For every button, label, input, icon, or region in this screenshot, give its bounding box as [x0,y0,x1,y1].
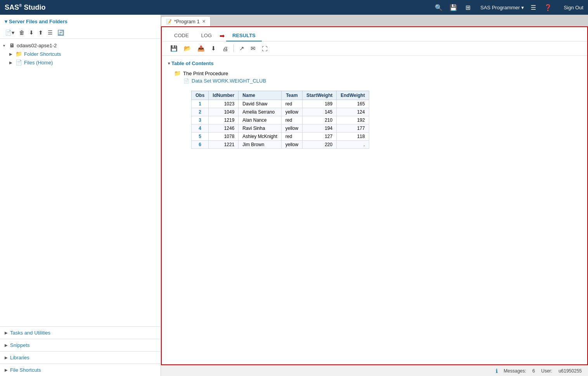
toc-section-print[interactable]: 📁 The Print Procedure [168,69,581,77]
server-node-arrow-icon: ▾ [3,43,8,48]
cell-id: 1078 [209,133,239,141]
table-row: 2 1049 Amelia Serrano yellow 145 124 [192,108,369,116]
tasks-arrow-icon: ▶ [5,331,8,335]
cell-id: 1023 [209,100,239,108]
cell-start: 127 [303,133,337,141]
sidebar: ▾ Server Files and Folders 📄▾ 🗑 ⬇ ⬆ ☰ 🔄 [0,15,161,376]
help-icon-btn[interactable]: ❓ [543,2,553,13]
status-bar: ℹ Messages: 6 User: u61950255 [161,365,588,376]
main-layout: ▾ Server Files and Folders 📄▾ 🗑 ⬇ ⬆ ☰ 🔄 [0,15,588,376]
cell-name: Jim Brown [239,141,281,149]
cell-start: 220 [303,141,337,149]
files-home-arrow-icon: ▶ [9,60,14,65]
navbar: SAS® Studio 🔍 💾 ⊞ SAS Programmer ▾ ☰ ❓ S… [0,0,588,15]
cell-end: 165 [337,100,369,108]
tab-code[interactable]: CODE [168,30,195,41]
col-team: Team [281,91,302,100]
results-content: ▾ Table of Contents 📁 The Print Procedur… [162,56,587,364]
expand-button[interactable]: ↗ [237,44,247,53]
new-file-icon: 📄▾ [5,29,14,36]
files-home-item[interactable]: ▶ 📄 Files (Home) [0,58,161,67]
cell-obs: 4 [192,124,209,133]
tab-close-button[interactable]: ✕ [202,19,206,24]
program-panel: CODE LOG ➡ RESULTS 💾 📂 📤 ⬇ 🖨 ↗ ✉ ⛶ [161,26,588,365]
dataset-icon: 📄 [183,78,189,84]
save-icon-btn[interactable]: 💾 [448,2,459,13]
delete-button[interactable]: 🗑 [17,28,26,37]
tab-log[interactable]: LOG [195,30,218,41]
upload-button[interactable]: ⬆ [36,28,45,37]
search-icon-btn[interactable]: 🔍 [433,2,444,13]
libraries-section[interactable]: ▶ Libraries [0,351,161,364]
snippets-label: Snippets [10,342,30,348]
cell-team: red [281,116,302,124]
app-logo: SAS® Studio [5,3,45,12]
files-home-label: Files (Home) [24,60,53,66]
signout-button[interactable]: Sign Out [564,5,583,10]
cell-name: Ravi Sinha [239,124,281,133]
col-endweight: EndWeight [337,91,369,100]
toc-item-link[interactable]: Data Set WORK.WEIGHT_CLUB [192,78,266,84]
col-obs: Obs [192,91,209,100]
cell-name: David Shaw [239,100,281,108]
table-row: 3 1219 Alan Nance red 210 192 [192,116,369,124]
fullscreen-button[interactable]: ⛶ [259,44,270,53]
table-row: 5 1078 Ashley McKnight red 127 118 [192,133,369,141]
tasks-label: Tasks and Utilities [10,330,50,336]
cell-end: . [337,141,369,149]
upload-icon: ⬆ [38,29,43,36]
file-shortcuts-label: File Shortcuts [10,367,41,373]
cell-end: 177 [337,124,369,133]
menu-icon-btn[interactable]: ☰ [528,2,539,13]
folder-shortcuts-item[interactable]: ▶ 📁 Folder Shortcuts [0,50,161,58]
cell-obs: 2 [192,108,209,116]
folder-icon: 📁 [174,70,181,76]
messages-count: 6 [533,368,535,374]
tab-results[interactable]: RESULTS [226,30,262,41]
sidebar-header-arrow-icon: ▾ [5,19,7,24]
toc-item-dataset[interactable]: 📄 Data Set WORK.WEIGHT_CLUB [168,77,581,85]
print-result-button[interactable]: 🖨 [220,44,230,53]
cell-start: 189 [303,100,337,108]
sidebar-header-label: Server Files and Folders [9,19,67,24]
user-label: User: [541,368,552,374]
info-icon: ℹ [496,368,498,374]
folder-shortcuts-label: Folder Shortcuts [24,51,61,57]
user-menu[interactable]: SAS Programmer ▾ [481,5,524,10]
cell-team: yellow [281,108,302,116]
save-result-button[interactable]: 💾 [168,44,180,53]
data-table-wrapper: Obs IdNumber Name Team StartWeight EndWe… [191,91,581,149]
file-shortcuts-arrow-icon: ▶ [5,368,8,372]
navbar-icons: 🔍 💾 ⊞ SAS Programmer ▾ ☰ ❓ Sign Out [433,2,583,13]
toolbar-divider [233,45,234,52]
col-idnumber: IdNumber [209,91,239,100]
cell-name: Ashley McKnight [239,133,281,141]
cell-start: 210 [303,116,337,124]
tasks-utilities-section[interactable]: ▶ Tasks and Utilities [0,326,161,339]
cell-team: red [281,133,302,141]
toc-header[interactable]: ▾ Table of Contents [168,60,581,66]
export-result-button[interactable]: 📤 [195,44,207,53]
snippets-arrow-icon: ▶ [5,343,8,347]
email-button[interactable]: ✉ [248,44,258,53]
refresh-button[interactable]: 🔄 [55,28,66,37]
server-node-label: odaws02-apse1-2 [17,43,57,48]
cell-start: 194 [303,124,337,133]
list-view-button[interactable]: ☰ [46,28,55,37]
grid-icon-btn[interactable]: ⊞ [463,2,474,13]
user-label: SAS Programmer [481,5,520,10]
download-result-button[interactable]: ⬇ [209,44,218,53]
open-result-button[interactable]: 📂 [182,44,194,53]
file-shortcuts-section[interactable]: ▶ File Shortcuts [0,364,161,376]
snippets-section[interactable]: ▶ Snippets [0,339,161,351]
download-button[interactable]: ⬇ [27,28,36,37]
toc-header-label: Table of Contents [171,60,214,66]
cell-team: yellow [281,124,302,133]
server-node[interactable]: ▾ 🖥 odaws02-apse1-2 [0,41,161,50]
folder-shortcuts-arrow-icon: ▶ [9,52,14,56]
libraries-label: Libraries [10,355,29,360]
new-file-button[interactable]: 📄▾ [3,28,16,37]
libraries-arrow-icon: ▶ [5,355,8,360]
program1-tab[interactable]: 📝 *Program 1 ✕ [161,16,211,26]
list-icon: ☰ [48,29,53,36]
